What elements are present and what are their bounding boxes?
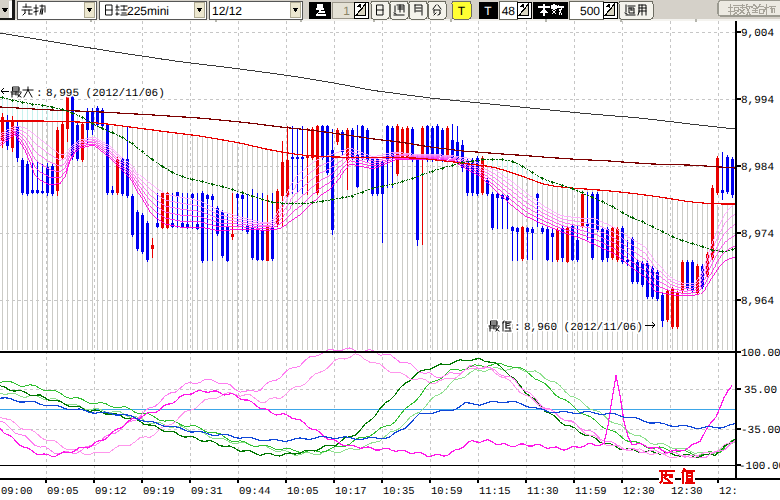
svg-text:8,960 (2012/11/06): 8,960 (2012/11/06) bbox=[524, 322, 643, 334]
svg-text:09:31: 09:31 bbox=[191, 486, 223, 498]
svg-text:10:35: 10:35 bbox=[383, 486, 415, 498]
svg-text:11:15: 11:15 bbox=[479, 486, 511, 498]
svg-text:09:00: 09:00 bbox=[1, 486, 33, 498]
svg-text:8,984: 8,984 bbox=[741, 162, 774, 174]
svg-text:-100.00: -100.00 bbox=[739, 461, 780, 473]
svg-text:100.00: 100.00 bbox=[741, 348, 780, 360]
svg-text:10:59: 10:59 bbox=[431, 486, 463, 498]
svg-text:8,994: 8,994 bbox=[741, 95, 774, 107]
svg-text:09:19: 09:19 bbox=[143, 486, 175, 498]
svg-text:10:05: 10:05 bbox=[287, 486, 319, 498]
svg-text:1: 1 bbox=[343, 4, 350, 18]
svg-text:10:17: 10:17 bbox=[335, 486, 367, 498]
svg-text:12:: 12: bbox=[719, 486, 738, 498]
svg-text:225mini: 225mini bbox=[127, 4, 169, 18]
svg-text:500: 500 bbox=[580, 4, 600, 18]
svg-text:12/12: 12/12 bbox=[212, 4, 242, 18]
svg-text:9,004: 9,004 bbox=[741, 28, 774, 40]
svg-text:09:12: 09:12 bbox=[95, 486, 127, 498]
svg-text:8,964: 8,964 bbox=[741, 296, 774, 308]
svg-text:11:30: 11:30 bbox=[527, 486, 559, 498]
svg-text:12:30: 12:30 bbox=[623, 486, 655, 498]
svg-text:11:59: 11:59 bbox=[575, 486, 607, 498]
svg-text:35.00: 35.00 bbox=[744, 385, 777, 397]
svg-text:8,995 (2012/11/06): 8,995 (2012/11/06) bbox=[46, 88, 165, 100]
svg-text:09:44: 09:44 bbox=[239, 486, 271, 498]
svg-text:8,974: 8,974 bbox=[741, 229, 774, 241]
svg-text:T: T bbox=[458, 4, 466, 18]
svg-text:48: 48 bbox=[502, 4, 516, 18]
svg-text:T: T bbox=[484, 4, 492, 18]
svg-text::: : bbox=[36, 88, 43, 100]
svg-text:-35.00: -35.00 bbox=[741, 425, 780, 437]
svg-text:09:05: 09:05 bbox=[47, 486, 79, 498]
svg-text::: : bbox=[514, 322, 521, 334]
svg-text:12:30: 12:30 bbox=[671, 486, 703, 498]
